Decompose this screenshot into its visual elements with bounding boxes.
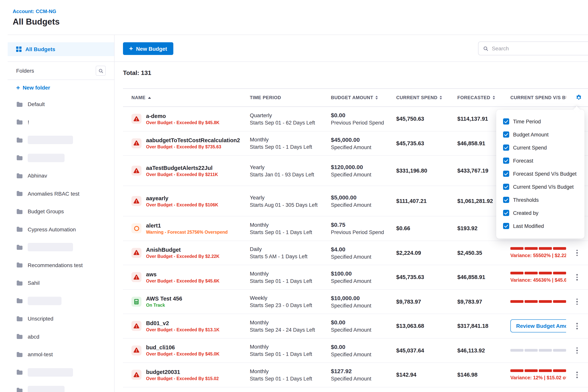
row-menu-button[interactable] [575,346,579,355]
folder-item-placeholder[interactable] [8,363,114,381]
row-menu-button[interactable] [575,297,579,306]
checkbox-checked-icon [503,184,509,190]
budget-status: Over Budget - Exceeded By $106K [146,202,218,207]
folder-item-default[interactable]: Default [8,95,114,113]
column-header-label: FORECASTED [457,95,490,100]
variance-label: Variance: 55502% | $2.22K over [510,253,566,258]
folder-item-sahil[interactable]: Sahil [8,274,114,292]
folder-item-abhinav[interactable]: Abhinav [8,167,114,185]
time-period: Monthly [250,344,323,350]
budget-row-aws-test-456[interactable]: AWS Test 456On TrackWeeklyStarts Sep 23 … [123,290,588,314]
budget-row-bud-cli106[interactable]: bud_cli106Over Budget - Exceeded By $45.… [123,338,588,363]
column-header-label: BUDGET AMOUNT [331,95,373,100]
column-header-current-spend-v-s-budget[interactable]: CURRENT SPEND V/S BUDGET [503,95,566,100]
folder-icon [16,102,23,107]
folder-icon [16,352,23,358]
column-toggle-current-spend-v-s-budget[interactable]: Current Spend V/s Budget [496,180,584,193]
folder-name-placeholder [28,243,73,252]
folder-item-unscripted[interactable]: Unscripted [8,310,114,328]
folder-search-button[interactable] [96,66,106,76]
row-menu-button[interactable] [575,272,579,282]
time-period-detail: Starts Sep 23 - 0 Days Left [250,303,323,308]
folder-item-cypress-automation[interactable]: Cypress Automation [8,220,114,238]
budget-name: AnishBudget [146,247,220,253]
folder-item-placeholder[interactable] [8,381,114,392]
checkbox-checked-icon [503,132,509,138]
folder-item-budget-groups[interactable]: Budget Groups [8,202,114,220]
budget-amount-note: Specified Amount [331,278,388,284]
budget-status: Over Budget - Exceeded By $2.22K [146,254,220,259]
budget-amount: $120,000.00 [331,164,388,170]
row-menu-button[interactable] [575,248,579,258]
spend-vs-budget-bar [510,247,566,250]
budget-row-bd01-v2[interactable]: Bd01_v2Over Budget - Exceeded By $13.1KM… [123,314,588,338]
time-period: Monthly [250,270,323,277]
sidebar: All Budgets Folders + New folder Default… [8,35,114,392]
folder-item-placeholder[interactable] [8,292,114,310]
column-toggle-forecast-spend-v-s-budget[interactable]: Forecast Spend V/s Budget [496,167,584,180]
column-header-budget-amount[interactable]: BUDGET AMOUNT [323,95,388,100]
budget-row-budget20031[interactable]: budget20031Over Budget - Exceeded By $15… [123,363,588,387]
budget-amount: $4.00 [331,246,388,252]
column-toggle-thresholds[interactable]: Thresholds [496,193,584,206]
column-toggle-label: Current Spend [513,145,547,150]
budget-amount-note: Previous Period Spend [331,120,388,126]
forecasted-value: $46,113.92 [450,348,503,354]
time-period-detail: Starts Sep 01 - 1 Days Left [250,352,323,357]
folder-item-anmol-test[interactable]: anmol-test [8,346,114,363]
folder-item-abcd[interactable]: abcd [8,328,114,346]
sidebar-item-all-budgets[interactable]: All Budgets [8,42,114,56]
folder-icon [16,173,23,179]
column-toggle-time-period[interactable]: Time Period [496,115,584,128]
account-breadcrumb[interactable]: Account: CCM-NG [13,8,60,14]
over-budget-alert-icon [132,248,142,258]
review-budget-amount-button[interactable]: Review Budget Amount [510,320,566,332]
folder-item-label: Default [28,101,45,108]
over-budget-alert-icon [132,196,142,206]
time-period: Monthly [250,222,323,228]
budget-name: aayearly [146,195,218,201]
column-toggle-created-by[interactable]: Created by [496,206,584,220]
over-budget-alert-icon [132,138,142,148]
column-header-current-spend[interactable]: CURRENT SPEND [388,95,450,100]
folder-icon [16,388,23,392]
row-menu-button[interactable] [575,370,579,380]
column-header-name[interactable]: NAME [123,95,242,100]
budget-row-anishbudget[interactable]: AnishBudgetOver Budget - Exceeded By $2.… [123,241,588,265]
budget-row-aws[interactable]: awsOver Budget - Exceeded By $45.6KMonth… [123,265,588,290]
budget-status: Warning - Forecast 25756% Overspend [146,230,228,234]
budget-name: alert1 [146,222,228,229]
folders-label: Folders [16,68,34,74]
folder-icon [16,155,23,161]
column-header-forecasted[interactable]: FORECASTED [450,95,503,100]
new-budget-button[interactable]: + New Budget [123,42,173,55]
column-header-time-period[interactable]: TIME PERIOD [242,95,323,100]
folder-item-placeholder[interactable] [8,131,114,149]
budget-amount-note: Specified Amount [331,327,388,333]
folder-item-recommendations-test[interactable]: Recommendations test [8,256,114,274]
folder-item-[interactable]: ! [8,113,114,131]
on-track-calculator-icon [132,297,142,307]
new-folder-button[interactable]: + New folder [8,80,114,95]
folder-name-placeholder [28,297,62,305]
column-toggle-forecast[interactable]: Forecast [496,154,584,167]
folder-item-placeholder[interactable] [8,238,114,256]
folder-item-placeholder[interactable] [8,149,114,167]
column-toggle-label: Time Period [513,118,541,124]
row-menu-button[interactable] [575,321,579,331]
time-period-detail: Starts Sep 01 - 1 Days Left [250,230,323,235]
spend-vs-budget-cell: Review Budget Amount [503,320,566,332]
column-header-label: TIME PERIOD [250,95,281,100]
column-toggle-current-spend[interactable]: Current Spend [496,141,584,154]
folder-item-label: anmol-test [28,352,53,358]
budget-amount: $127.92 [331,368,388,374]
column-toggle-budget-amount[interactable]: Budget Amount [496,128,584,141]
over-budget-alert-icon [132,370,142,380]
column-settings-gear-button[interactable] [575,94,582,101]
variance-label: Variance: 45636% | $45.6K over [510,278,566,283]
search-box [478,42,588,55]
column-toggle-last-modified[interactable]: Last Modified [496,220,584,232]
search-input[interactable] [492,45,585,52]
folder-item-anomalies-rbac-test[interactable]: Anomalies RBAC test [8,185,114,202]
budget-amount-note: Specified Amount [331,202,388,208]
